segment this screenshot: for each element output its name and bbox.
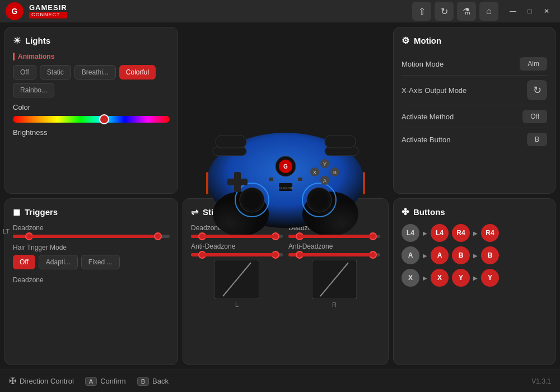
r4-mid-button[interactable]: R4 [452, 224, 470, 242]
motion-mode-button[interactable]: Aim [520, 57, 547, 71]
svg-text:Y: Y [323, 161, 326, 167]
arrow-3: ▶ [423, 253, 427, 259]
back-label: Back [152, 377, 169, 385]
bottom-left: ✠ Direction Control A Confirm B Back [9, 376, 169, 386]
deadzone-slider[interactable] [13, 235, 170, 238]
svg-rect-23 [298, 178, 302, 181]
right-antideadzone-slider[interactable] [288, 253, 380, 256]
left-deadzone-slider[interactable] [191, 235, 283, 238]
minimize-button[interactable]: — [505, 3, 521, 19]
buttons-title: ✤ Buttons [402, 207, 547, 217]
controller-image: Y B A X G GAMESIR [196, 122, 375, 245]
arrow-6: ▶ [473, 275, 478, 281]
controller-svg: Y B A X G GAMESIR [196, 122, 375, 239]
svg-text:B: B [333, 170, 337, 175]
brand-text: GAMESIR CONNECT [29, 4, 67, 18]
hair-adaptive-button[interactable]: Adapti... [39, 255, 78, 269]
svg-rect-28 [216, 136, 246, 148]
l4-mid-button[interactable]: L4 [431, 224, 449, 242]
activate-method-button[interactable]: Off [522, 110, 547, 123]
home-toolbar-icon[interactable]: ⌂ [479, 2, 498, 21]
r4-right-button[interactable]: R4 [481, 224, 499, 242]
anim-rainbow-button[interactable]: Rainbo... [13, 83, 54, 97]
svg-rect-29 [325, 136, 356, 148]
close-button[interactable]: ✕ [539, 3, 554, 19]
activate-button-btn[interactable]: B [527, 133, 547, 146]
deadzone-label: Deadzone [13, 224, 170, 232]
animation-buttons: Off Static Breathi... Colorful Rainbo... [13, 65, 170, 97]
arrow-2: ▶ [473, 230, 478, 236]
hair-fixed-button[interactable]: Fixed ... [81, 255, 120, 269]
brand-sub: CONNECT [29, 12, 67, 18]
right-stick-col: Deadzone Anti-Deadzone [288, 224, 380, 308]
brand-name: GAMESIR [29, 4, 67, 12]
logo-icon: G [6, 2, 24, 20]
svg-text:X: X [313, 170, 316, 175]
xaxis-row: X-Axis Output Mode ↻ [402, 76, 547, 105]
direction-control-label: Direction Control [20, 377, 74, 385]
motion-card: ⚙ Motion Motion Mode Aim X-Axis Output M… [393, 27, 556, 194]
svg-rect-22 [269, 178, 273, 181]
left-stick-diagram [214, 260, 259, 299]
anim-off-button[interactable]: Off [13, 65, 36, 80]
activate-button-row: Activate Button B [402, 128, 547, 151]
refresh-toolbar-icon[interactable]: ↻ [435, 2, 454, 21]
hair-off-button[interactable]: Off [13, 255, 35, 269]
color-label: Color [13, 103, 170, 111]
button-row-1: L4 ▶ L4 R4 ▶ R4 [402, 224, 547, 242]
anim-breathing-button[interactable]: Breathi... [74, 65, 116, 80]
left-antideadzone-slider[interactable] [191, 253, 283, 256]
svg-text:G: G [283, 164, 288, 170]
anim-colorful-button[interactable]: Colorful [119, 65, 156, 80]
b-right-button[interactable]: B [481, 246, 499, 264]
svg-rect-30 [206, 172, 208, 194]
version-text: V1.3.1 [531, 377, 551, 385]
buttons-card: ✤ Buttons L4 ▶ L4 R4 ▶ R4 A ▶ A B ▶ B [393, 198, 556, 365]
svg-rect-10 [227, 179, 248, 185]
lights-icon: ☀ [13, 35, 21, 46]
window-controls: — □ ✕ [505, 3, 554, 19]
lights-card: ☀ Lights Animations Off Static Breathi..… [4, 27, 178, 194]
confirm-label: Confirm [100, 377, 126, 385]
y-mid-button[interactable]: Y [452, 269, 470, 287]
deadzone-thumb-right[interactable] [154, 232, 162, 240]
l4-left-button[interactable]: L4 [402, 224, 419, 242]
titlebar-left: G GAMESIR CONNECT [6, 2, 67, 20]
toolbar-icons: ⇧ ↻ ⚗ ⌂ [412, 2, 498, 21]
confirm-item: A Confirm [85, 377, 126, 386]
svg-point-6 [243, 191, 261, 209]
color-slider[interactable] [13, 116, 170, 123]
left-stick-col: Deadzone Anti-Deadzone [191, 224, 283, 308]
hair-trigger-label: Hair Trigger Mode [13, 244, 170, 251]
flask-toolbar-icon[interactable]: ⚗ [457, 2, 476, 21]
activate-method-label: Activate Method [402, 113, 454, 121]
maximize-button[interactable]: □ [522, 3, 538, 19]
b-mid-button[interactable]: B [452, 246, 470, 264]
anim-static-button[interactable]: Static [40, 65, 71, 80]
y-right-button[interactable]: Y [481, 269, 499, 287]
upload-toolbar-icon[interactable]: ⇧ [412, 2, 431, 21]
x-left-button[interactable]: X [402, 269, 419, 287]
motion-mode-row: Motion Mode Aim [402, 53, 547, 76]
motion-icon: ⚙ [402, 35, 409, 46]
x-mid-button[interactable]: X [431, 269, 449, 287]
dpad-icon: ✠ [9, 376, 16, 386]
buttons-icon: ✤ [402, 207, 409, 217]
lights-title: ☀ Lights [13, 35, 170, 46]
content-area: ☀ Lights Animations Off Static Breathi..… [0, 22, 560, 370]
activate-button-label: Activate Button [402, 136, 450, 144]
animations-label: Animations [13, 53, 170, 60]
a-left-button[interactable]: A [402, 246, 419, 264]
bottom-bar: ✠ Direction Control A Confirm B Back V1.… [0, 370, 560, 392]
r-label: R [288, 301, 380, 308]
arrow-1: ▶ [423, 230, 427, 236]
titlebar-right: ⇧ ↻ ⚗ ⌂ — □ ✕ [412, 2, 554, 21]
xaxis-button[interactable]: ↻ [527, 80, 547, 100]
app: G GAMESIR CONNECT ⇧ ↻ ⚗ ⌂ — □ ✕ [0, 0, 560, 392]
color-slider-thumb[interactable] [99, 114, 109, 124]
right-stick-diagram [312, 260, 357, 299]
button-row-3: X ▶ X Y ▶ Y [402, 269, 547, 287]
svg-point-8 [310, 191, 328, 209]
a-mid-button[interactable]: A [431, 246, 449, 264]
right-deadzone-slider[interactable] [288, 235, 380, 238]
